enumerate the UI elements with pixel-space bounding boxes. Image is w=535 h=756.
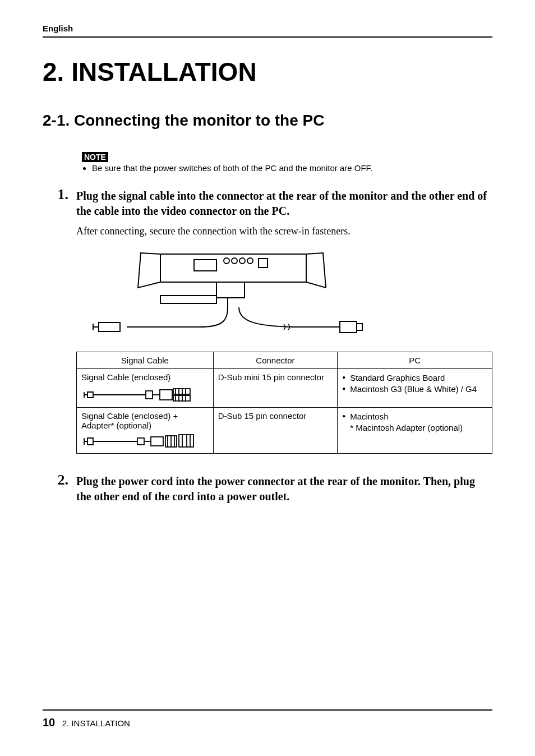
cable-icon: [81, 385, 209, 404]
page-number: 10: [43, 716, 55, 729]
footer-section-ref: 2. INSTALLATION: [62, 718, 130, 728]
note-badge: NOTE: [82, 152, 108, 162]
step-2: 2. Plug the power cord into the power co…: [43, 474, 492, 504]
table-cell-pc: Standard Graphics Board Macintosh G3 (Bl…: [338, 369, 492, 408]
table-header: PC: [338, 352, 492, 369]
pc-item: Macintosh: [342, 411, 487, 422]
document-page: English 2. INSTALLATION 2-1. Connecting …: [0, 0, 535, 756]
step-1: 1. Plug the signal cable into the connec…: [43, 188, 492, 454]
table-header: Connector: [213, 352, 337, 369]
step-body: Plug the signal cable into the connector…: [76, 188, 492, 454]
svg-point-3: [224, 258, 229, 264]
table-row: Signal Cable (enclosed) + Adapter* (opti…: [77, 408, 492, 454]
svg-rect-1: [194, 260, 216, 271]
table-header-row: Signal Cable Connector PC: [77, 352, 492, 369]
svg-rect-2: [259, 259, 268, 268]
header-language: English: [43, 24, 492, 33]
step-heading: Plug the signal cable into the connector…: [76, 188, 492, 219]
pc-note: * Macintosh Adapter (optional): [342, 422, 487, 434]
signal-cable-label: Signal Cable (enclosed) +: [81, 411, 178, 421]
step-number: 2.: [43, 473, 76, 487]
step-heading: Plug the power cord into the power conne…: [76, 474, 492, 504]
connection-diagram: [76, 243, 492, 346]
note-item: Be sure that the power switches of both …: [92, 163, 492, 173]
table-row: Signal Cable (enclosed): [77, 369, 492, 408]
svg-rect-19: [160, 390, 172, 400]
table-header: Signal Cable: [77, 352, 214, 369]
pc-item: Macintosh G3 (Blue & White) / G4: [342, 384, 487, 395]
step-number: 1.: [43, 187, 76, 202]
svg-rect-10: [160, 296, 216, 303]
page-footer: 10 2. INSTALLATION: [43, 709, 492, 729]
table-cell-signal: Signal Cable (enclosed): [77, 369, 214, 408]
svg-rect-11: [99, 322, 120, 331]
svg-rect-15: [357, 324, 362, 330]
pc-item: Standard Graphics Board: [342, 372, 487, 384]
svg-point-6: [247, 258, 253, 264]
chapter-title: 2. INSTALLATION: [43, 57, 492, 87]
step-subtext: After connecting, secure the connection …: [76, 225, 492, 237]
svg-rect-8: [216, 282, 245, 298]
svg-rect-29: [151, 437, 163, 446]
step-body: Plug the power cord into the power conne…: [76, 474, 492, 504]
svg-point-5: [239, 258, 245, 264]
footer-rule: [43, 709, 492, 711]
header-rule: [43, 36, 492, 38]
note-block: NOTE Be sure that the power switches of …: [82, 152, 492, 173]
svg-point-4: [232, 258, 237, 264]
table-cell-pc: Macintosh * Macintosh Adapter (optional): [338, 408, 492, 454]
table-cell-connector: D-Sub mini 15 pin connector: [213, 369, 337, 408]
svg-rect-14: [340, 321, 357, 333]
svg-rect-34: [179, 435, 193, 447]
cable-table: Signal Cable Connector PC Signal Cable (…: [76, 352, 492, 454]
table-cell-signal: Signal Cable (enclosed) + Adapter* (opti…: [77, 408, 214, 454]
signal-cable-label: Signal Cable (enclosed): [81, 372, 170, 382]
table-cell-connector: D-Sub 15 pin connector: [213, 408, 337, 454]
svg-rect-17: [146, 391, 153, 399]
cable-adapter-icon: [81, 434, 209, 450]
svg-rect-27: [137, 438, 144, 445]
section-title: 2-1. Connecting the monitor to the PC: [43, 112, 492, 130]
note-list: Be sure that the power switches of both …: [92, 163, 492, 173]
signal-cable-label: Adapter* (optional): [81, 421, 151, 430]
